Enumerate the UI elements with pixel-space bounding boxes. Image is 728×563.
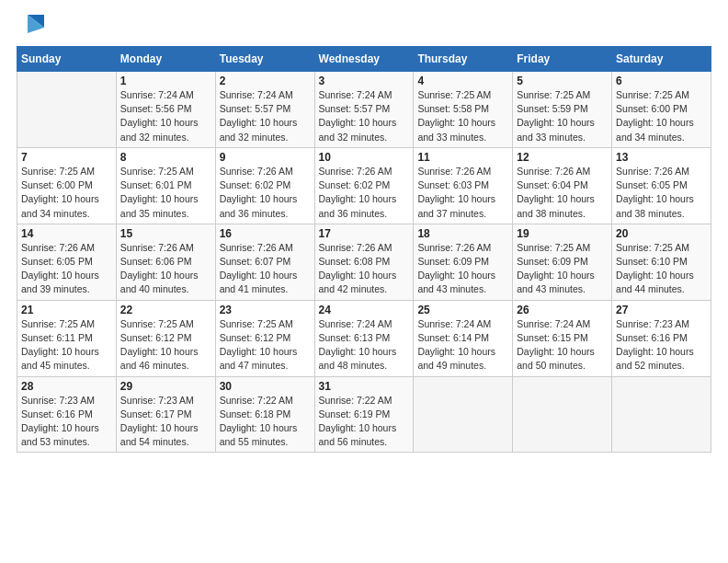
day-number: 16 [220, 227, 311, 240]
day-number: 17 [319, 227, 410, 240]
calendar-cell: 4Sunrise: 7:25 AMSunset: 5:58 PMDaylight… [414, 72, 513, 148]
day-number: 15 [120, 227, 211, 240]
day-info: Sunrise: 7:25 AMSunset: 6:00 PMDaylight:… [21, 165, 112, 221]
day-number: 25 [417, 304, 508, 316]
calendar-cell: 27Sunrise: 7:23 AMSunset: 6:16 PMDayligh… [612, 300, 711, 376]
calendar-cell: 29Sunrise: 7:23 AMSunset: 6:17 PMDayligh… [116, 376, 215, 453]
calendar-cell [513, 376, 612, 453]
day-info: Sunrise: 7:24 AMSunset: 6:13 PMDaylight:… [319, 317, 410, 373]
day-info: Sunrise: 7:24 AMSunset: 5:57 PMDaylight:… [319, 88, 410, 144]
day-number: 7 [21, 151, 112, 164]
calendar-cell: 17Sunrise: 7:26 AMSunset: 6:08 PMDayligh… [314, 224, 414, 300]
week-row-1: 1Sunrise: 7:24 AMSunset: 5:56 PMDaylight… [17, 72, 711, 148]
calendar-body: 1Sunrise: 7:24 AMSunset: 5:56 PMDaylight… [17, 72, 711, 453]
calendar-cell: 3Sunrise: 7:24 AMSunset: 5:57 PMDaylight… [314, 72, 414, 148]
logo [17, 15, 44, 37]
calendar-cell: 6Sunrise: 7:25 AMSunset: 6:00 PMDaylight… [612, 72, 711, 148]
week-row-3: 14Sunrise: 7:26 AMSunset: 6:05 PMDayligh… [17, 224, 711, 300]
calendar-cell: 10Sunrise: 7:26 AMSunset: 6:02 PMDayligh… [314, 147, 414, 224]
weekday-header-thursday: Thursday [414, 47, 513, 72]
day-number: 10 [319, 151, 410, 164]
day-info: Sunrise: 7:24 AMSunset: 5:57 PMDaylight:… [220, 88, 311, 144]
day-info: Sunrise: 7:25 AMSunset: 5:59 PMDaylight:… [517, 88, 608, 144]
weekday-row: SundayMondayTuesdayWednesdayThursdayFrid… [17, 47, 711, 72]
calendar-cell: 22Sunrise: 7:25 AMSunset: 6:12 PMDayligh… [116, 300, 215, 376]
calendar-cell: 19Sunrise: 7:25 AMSunset: 6:09 PMDayligh… [513, 224, 612, 300]
day-info: Sunrise: 7:26 AMSunset: 6:08 PMDaylight:… [319, 241, 410, 297]
day-number: 1 [120, 75, 211, 87]
calendar-cell: 20Sunrise: 7:25 AMSunset: 6:10 PMDayligh… [612, 224, 711, 300]
day-info: Sunrise: 7:26 AMSunset: 6:02 PMDaylight:… [220, 165, 311, 221]
day-number: 5 [517, 75, 608, 87]
calendar-cell [17, 72, 117, 148]
calendar-cell: 1Sunrise: 7:24 AMSunset: 5:56 PMDaylight… [116, 72, 215, 148]
day-info: Sunrise: 7:25 AMSunset: 6:09 PMDaylight:… [517, 241, 608, 297]
day-number: 19 [517, 227, 608, 240]
weekday-header-tuesday: Tuesday [215, 47, 314, 72]
day-number: 20 [616, 227, 707, 240]
day-number: 4 [417, 75, 508, 87]
calendar-cell: 23Sunrise: 7:25 AMSunset: 6:12 PMDayligh… [215, 300, 314, 376]
day-number: 2 [220, 75, 311, 87]
calendar-cell: 14Sunrise: 7:26 AMSunset: 6:05 PMDayligh… [17, 224, 117, 300]
day-number: 26 [517, 304, 608, 316]
calendar-cell [414, 376, 513, 453]
calendar-table: SundayMondayTuesdayWednesdayThursdayFrid… [17, 46, 711, 453]
day-number: 8 [120, 151, 211, 164]
calendar-cell: 8Sunrise: 7:25 AMSunset: 6:01 PMDaylight… [116, 147, 215, 224]
day-info: Sunrise: 7:22 AMSunset: 6:19 PMDaylight:… [319, 394, 410, 450]
day-number: 12 [517, 151, 608, 164]
day-info: Sunrise: 7:25 AMSunset: 6:01 PMDaylight:… [120, 165, 211, 221]
week-row-5: 28Sunrise: 7:23 AMSunset: 6:16 PMDayligh… [17, 376, 711, 453]
calendar-cell: 16Sunrise: 7:26 AMSunset: 6:07 PMDayligh… [215, 224, 314, 300]
day-number: 6 [616, 75, 707, 87]
day-number: 3 [319, 75, 410, 87]
day-info: Sunrise: 7:23 AMSunset: 6:16 PMDaylight:… [616, 317, 707, 373]
calendar-cell: 5Sunrise: 7:25 AMSunset: 5:59 PMDaylight… [513, 72, 612, 148]
day-number: 27 [616, 304, 707, 316]
calendar-cell: 15Sunrise: 7:26 AMSunset: 6:06 PMDayligh… [116, 224, 215, 300]
day-info: Sunrise: 7:24 AMSunset: 5:56 PMDaylight:… [120, 88, 211, 144]
weekday-header-wednesday: Wednesday [314, 47, 414, 72]
weekday-header-friday: Friday [513, 47, 612, 72]
day-number: 9 [220, 151, 311, 164]
day-info: Sunrise: 7:26 AMSunset: 6:04 PMDaylight:… [517, 165, 608, 221]
calendar-cell: 12Sunrise: 7:26 AMSunset: 6:04 PMDayligh… [513, 147, 612, 224]
weekday-header-saturday: Saturday [612, 47, 711, 72]
header [17, 15, 711, 37]
weekday-header-sunday: Sunday [17, 47, 117, 72]
day-info: Sunrise: 7:23 AMSunset: 6:16 PMDaylight:… [21, 394, 112, 450]
weekday-header-monday: Monday [116, 47, 215, 72]
day-info: Sunrise: 7:26 AMSunset: 6:02 PMDaylight:… [319, 165, 410, 221]
day-number: 31 [319, 380, 410, 393]
day-info: Sunrise: 7:22 AMSunset: 6:18 PMDaylight:… [220, 394, 311, 450]
day-number: 18 [417, 227, 508, 240]
calendar-cell: 30Sunrise: 7:22 AMSunset: 6:18 PMDayligh… [215, 376, 314, 453]
day-info: Sunrise: 7:26 AMSunset: 6:09 PMDaylight:… [417, 241, 508, 297]
day-info: Sunrise: 7:23 AMSunset: 6:17 PMDaylight:… [120, 394, 211, 450]
day-info: Sunrise: 7:24 AMSunset: 6:15 PMDaylight:… [517, 317, 608, 373]
day-info: Sunrise: 7:26 AMSunset: 6:03 PMDaylight:… [417, 165, 508, 221]
day-number: 28 [21, 380, 112, 393]
calendar-cell: 11Sunrise: 7:26 AMSunset: 6:03 PMDayligh… [414, 147, 513, 224]
week-row-2: 7Sunrise: 7:25 AMSunset: 6:00 PMDaylight… [17, 147, 711, 224]
day-info: Sunrise: 7:25 AMSunset: 5:58 PMDaylight:… [417, 88, 508, 144]
day-number: 30 [220, 380, 311, 393]
calendar-cell: 26Sunrise: 7:24 AMSunset: 6:15 PMDayligh… [513, 300, 612, 376]
day-number: 14 [21, 227, 112, 240]
calendar-cell: 13Sunrise: 7:26 AMSunset: 6:05 PMDayligh… [612, 147, 711, 224]
calendar-cell [612, 376, 711, 453]
calendar-cell: 7Sunrise: 7:25 AMSunset: 6:00 PMDaylight… [17, 147, 117, 224]
day-info: Sunrise: 7:26 AMSunset: 6:06 PMDaylight:… [120, 241, 211, 297]
day-info: Sunrise: 7:25 AMSunset: 6:12 PMDaylight:… [220, 317, 311, 373]
day-number: 21 [21, 304, 112, 316]
logo-icon [18, 11, 44, 37]
day-info: Sunrise: 7:26 AMSunset: 6:05 PMDaylight:… [616, 165, 707, 221]
day-number: 11 [417, 151, 508, 164]
calendar-header: SundayMondayTuesdayWednesdayThursdayFrid… [17, 47, 711, 72]
calendar-cell: 21Sunrise: 7:25 AMSunset: 6:11 PMDayligh… [17, 300, 117, 376]
calendar-cell: 31Sunrise: 7:22 AMSunset: 6:19 PMDayligh… [314, 376, 414, 453]
day-info: Sunrise: 7:24 AMSunset: 6:14 PMDaylight:… [417, 317, 508, 373]
day-info: Sunrise: 7:25 AMSunset: 6:12 PMDaylight:… [120, 317, 211, 373]
day-number: 23 [220, 304, 311, 316]
